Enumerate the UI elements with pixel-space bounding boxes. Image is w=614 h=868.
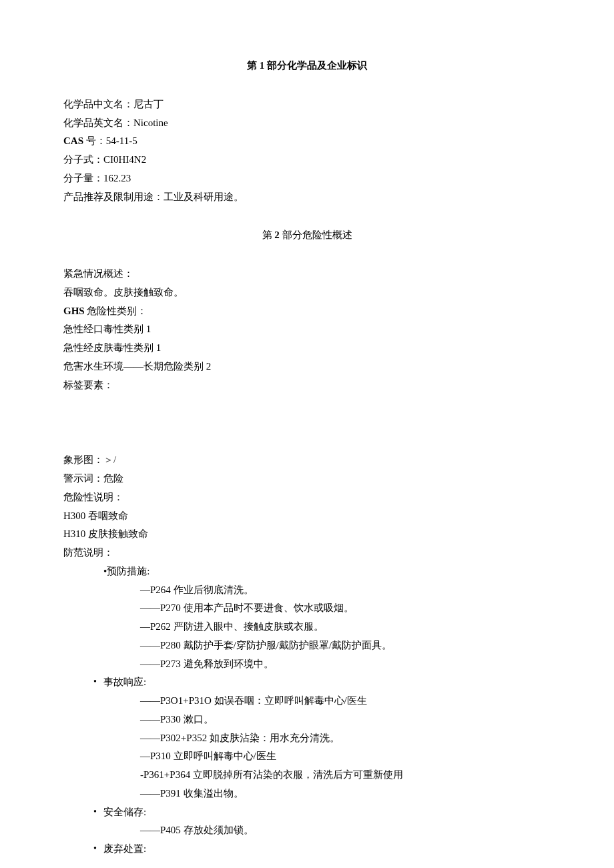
weight-label: 分子量： <box>63 173 103 183</box>
ghs-label-rest: 危险性类别： <box>85 306 147 316</box>
precaution-group-3-header: 废弃处置: <box>63 840 551 859</box>
emergency-label: 紧急情况概述： <box>63 265 551 284</box>
hazard-statement-0: H300 吞咽致命 <box>63 507 551 526</box>
precaution-item: ——P302+P352 如皮肤沾染：用水充分清洗。 <box>63 729 551 748</box>
pictogram-symbol: ＞/ <box>103 454 116 465</box>
section2-content: 紧急情况概述： 吞咽致命。皮肤接触致命。 GHS 危险性类别： 急性经口毒性类别… <box>63 265 551 859</box>
section1-title-suffix: 部分化学品及企业标识 <box>264 60 367 71</box>
ghs-label-bold: GHS <box>63 306 85 316</box>
signal-value: 危险 <box>103 473 123 484</box>
name-en-value: Nicotine <box>133 117 168 128</box>
signal-label: 警示词： <box>63 473 103 484</box>
name-en-line: 化学品英文名：Nicotine <box>63 114 551 133</box>
formula-line: 分子式：CI0HI4N2 <box>63 151 551 169</box>
section2-title-prefix: 第 <box>262 230 275 240</box>
section2-title: 第 2 部分危险性概述 <box>63 226 551 245</box>
precaution-group-0-header: •预防措施: <box>63 562 551 581</box>
precaution-item: ——P280 戴防护手套/穿防护服/戴防护眼罩/戴防护面具。 <box>63 636 551 655</box>
cas-line: CAS 号：54-11-5 <box>63 132 551 151</box>
weight-value: 162.23 <box>103 173 131 183</box>
precaution-item: —P262 严防进入眼中、接触皮肤或衣服。 <box>63 618 551 636</box>
cas-label-bold: CAS <box>63 135 83 146</box>
precaution-item: —P310 立即呼叫解毒中心/医生 <box>63 747 551 766</box>
precaution-group-2-header: 安全储存: <box>63 803 551 822</box>
usage-line: 产品推荐及限制用途：工业及科研用途。 <box>63 188 551 207</box>
hazard-statement-1: H310 皮肤接触致命 <box>63 525 551 544</box>
name-en-label: 化学品英文名： <box>63 117 133 128</box>
precaution-list: •预防措施: —P264 作业后彻底清洗。 ——P270 使用本产品时不要进食、… <box>63 562 551 859</box>
pictogram-line: 象形图：＞/ <box>63 451 551 470</box>
section1-title: 第 1 部分化学品及企业标识 <box>63 57 551 75</box>
pictogram-gap <box>63 394 551 451</box>
precaution-item: —P264 作业后彻底清洗。 <box>63 581 551 600</box>
precaution-label: 防范说明： <box>63 544 551 562</box>
name-cn-value: 尼古丁 <box>133 99 164 109</box>
cas-label-suffix: 号： <box>83 135 106 146</box>
name-cn-line: 化学品中文名：尼古丁 <box>63 95 551 114</box>
ghs-label-line: GHS 危险性类别： <box>63 302 551 321</box>
section2-title-num: 2 <box>274 230 280 240</box>
section1-title-prefix: 第 <box>247 60 260 71</box>
precaution-item: ——P405 存放处须加锁。 <box>63 821 551 840</box>
precaution-item: ——P273 避免释放到环境中。 <box>63 655 551 674</box>
weight-line: 分子量：162.23 <box>63 169 551 188</box>
formula-label: 分子式： <box>63 154 103 165</box>
label-elements: 标签要素： <box>63 376 551 395</box>
name-cn-label: 化学品中文名： <box>63 99 133 109</box>
section2-title-suffix: 部分危险性概述 <box>280 230 352 240</box>
section1-content: 化学品中文名：尼古丁 化学品英文名：Nicotine CAS 号：54-11-5… <box>63 95 551 207</box>
usage-value: 工业及科研用途。 <box>164 191 244 202</box>
formula-value: CI0HI4N2 <box>103 154 146 165</box>
emergency-text: 吞咽致命。皮肤接触致命。 <box>63 284 551 302</box>
precaution-item: ——P270 使用本产品时不要进食、饮水或吸烟。 <box>63 599 551 618</box>
hazard-label: 危险性说明： <box>63 488 551 507</box>
precaution-item: ——P391 收集溢出物。 <box>63 785 551 803</box>
ghs-line-2: 危害水生环境——长期危险类别 2 <box>63 358 551 376</box>
precaution-group-1-header: 事故响应: <box>63 673 551 692</box>
precaution-item: -P361+P364 立即脱掉所有沾染的衣服，清洗后方可重新使用 <box>63 766 551 785</box>
ghs-line-1: 急性经皮肤毒性类别 1 <box>63 339 551 358</box>
usage-label: 产品推荐及限制用途： <box>63 191 164 202</box>
precaution-item: ——P3O1+P31O 如误吞咽：立即呼叫解毒中心/医生 <box>63 692 551 711</box>
precaution-item: ——P330 漱口。 <box>63 711 551 729</box>
ghs-line-0: 急性经口毒性类别 1 <box>63 320 551 339</box>
signal-line: 警示词：危险 <box>63 470 551 488</box>
pictogram-label: 象形图： <box>63 454 103 465</box>
cas-value: 54-11-5 <box>106 135 137 146</box>
